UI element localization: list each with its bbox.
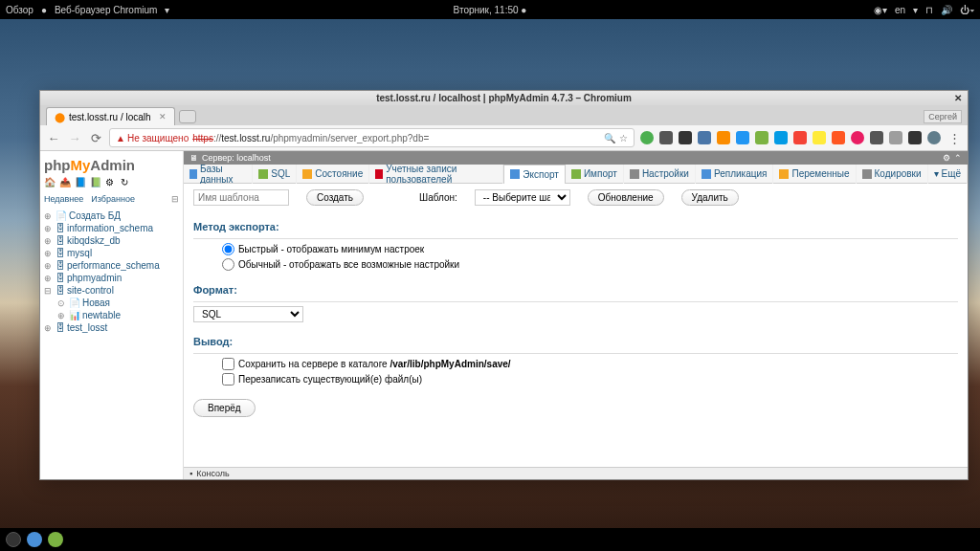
- lang-indicator[interactable]: en: [895, 5, 905, 15]
- menu-icon[interactable]: ⋮: [947, 130, 962, 145]
- window-titlebar: test.losst.ru / localhost | phpMyAdmin 4…: [40, 91, 968, 105]
- recent-link[interactable]: Недавнее: [44, 194, 83, 204]
- settings-icon[interactable]: ⚙: [105, 177, 119, 190]
- ext-icon[interactable]: [698, 131, 711, 144]
- clock[interactable]: Вторник, 11:50: [454, 5, 519, 15]
- tree-item[interactable]: ⊕📊newtable: [44, 309, 179, 321]
- create-button[interactable]: Создать: [306, 189, 364, 206]
- ext-icon[interactable]: [793, 131, 807, 144]
- reload-icon[interactable]: ↻: [121, 177, 134, 190]
- browser-tab[interactable]: ⬤ test.losst.ru / localh ✕: [46, 107, 175, 125]
- console-bar[interactable]: ▪ Консоль: [184, 467, 968, 479]
- ext-icon[interactable]: [813, 131, 826, 144]
- tab-variables[interactable]: Переменные: [773, 165, 856, 184]
- tab-replication[interactable]: Репликация: [696, 165, 774, 184]
- ext-icon[interactable]: [851, 131, 864, 144]
- doc-icon[interactable]: 📘: [75, 177, 88, 190]
- quick-radio[interactable]: [222, 243, 234, 255]
- forward-button[interactable]: →: [67, 130, 82, 145]
- back-button[interactable]: ←: [46, 130, 61, 145]
- tree-item[interactable]: ⊟🗄site-control: [44, 284, 179, 297]
- active-app-label[interactable]: Веб-браузер Chromium: [55, 5, 157, 15]
- ext-icon[interactable]: [679, 131, 692, 144]
- db-tree: ⊕📄Создать БД ⊕🗄information_schema ⊕🗄kibq…: [44, 209, 179, 334]
- accessibility-icon[interactable]: ◉▾: [874, 5, 887, 15]
- output-heading: Вывод:: [193, 336, 958, 347]
- ext-icon[interactable]: [870, 131, 883, 144]
- update-button[interactable]: Обновление: [588, 189, 664, 206]
- close-icon[interactable]: ✕: [954, 93, 962, 103]
- tree-item[interactable]: ⊕🗄test_losst: [44, 321, 179, 334]
- ext-icon[interactable]: [774, 131, 788, 144]
- sql-icon[interactable]: 📗: [90, 177, 103, 190]
- network-icon[interactable]: ⊓: [925, 5, 933, 15]
- taskbar-icon[interactable]: [48, 532, 63, 547]
- overwrite-checkbox[interactable]: [222, 373, 234, 386]
- tab-export[interactable]: Экспорт: [503, 165, 566, 184]
- export-method-heading: Метод экспорта:: [193, 221, 958, 232]
- chrome-user-badge[interactable]: Сергей: [924, 110, 962, 123]
- ext-icon[interactable]: [889, 131, 902, 144]
- go-button[interactable]: Вперёд: [193, 399, 256, 417]
- home-icon[interactable]: 🏠: [44, 177, 57, 190]
- tab-close-icon[interactable]: ✕: [159, 112, 167, 121]
- page-content: phpMyAdmin 🏠 📤 📘 📗 ⚙ ↻ Недавнее Избранно…: [40, 151, 968, 479]
- ext-icon[interactable]: [755, 131, 768, 144]
- ext-icon[interactable]: [717, 131, 730, 144]
- tree-item[interactable]: ⊕🗄mysql: [44, 247, 179, 259]
- ext-icon[interactable]: [640, 131, 654, 144]
- logout-icon[interactable]: 📤: [59, 177, 73, 190]
- tree-item[interactable]: ⊙📄Новая: [44, 297, 179, 309]
- overwrite-label: Перезаписать существующий(е) файл(ы): [238, 374, 422, 385]
- collapse-icon[interactable]: ⊟: [171, 194, 179, 204]
- tree-item[interactable]: ⊕🗄kibqdskz_db: [44, 234, 179, 247]
- window-title: test.losst.ru / localhost | phpMyAdmin 4…: [376, 93, 632, 103]
- tab-charsets[interactable]: Кодировки: [857, 165, 928, 184]
- ext-icon[interactable]: [736, 131, 749, 144]
- ext-icon[interactable]: [659, 131, 673, 144]
- format-heading: Формат:: [193, 284, 958, 296]
- ext-icon[interactable]: [908, 131, 922, 144]
- volume-icon[interactable]: 🔊: [941, 5, 952, 15]
- show-apps-icon[interactable]: [6, 532, 21, 547]
- tab-import[interactable]: Импорт: [566, 165, 624, 184]
- server-bar: 🖥 Сервер: localhost⚙⌃: [184, 151, 968, 165]
- star-icon[interactable]: ☆: [619, 133, 628, 143]
- tab-databases[interactable]: Базы данных: [184, 165, 253, 184]
- address-bar: ← → ⟳ ▲ Не защищено https://test.losst.r…: [40, 125, 968, 151]
- tab-status[interactable]: Состояние: [297, 165, 369, 184]
- format-select[interactable]: SQL: [193, 306, 303, 322]
- export-panel: Создать Шаблон: -- Выберите шаблон -- Об…: [184, 184, 968, 467]
- reload-button[interactable]: ⟳: [88, 130, 103, 145]
- template-name-input[interactable]: [193, 189, 289, 206]
- tab-strip: ⬤ test.losst.ru / localh ✕ Сергей: [40, 105, 968, 125]
- ext-icon[interactable]: [832, 131, 845, 144]
- not-secure-badge[interactable]: ▲ Не защищено: [116, 133, 189, 143]
- favorites-link[interactable]: Избранное: [91, 194, 135, 204]
- save-server-checkbox[interactable]: [222, 358, 234, 370]
- tab-sql[interactable]: SQL: [253, 165, 297, 184]
- template-select[interactable]: -- Выберите шаблон --: [475, 189, 570, 206]
- save-server-label: Сохранить на сервере в каталоге /var/lib…: [238, 359, 511, 369]
- tree-item[interactable]: ⊕🗄information_schema: [44, 222, 179, 234]
- ext-icon[interactable]: [927, 131, 941, 144]
- url-input[interactable]: ▲ Не защищено https://test.losst.ru/phpm…: [109, 128, 635, 147]
- tab-more[interactable]: ▾ Ещё: [928, 165, 968, 184]
- tree-item[interactable]: ⊕🗄phpmyadmin: [44, 272, 179, 284]
- tab-users[interactable]: Учетные записи пользователей: [369, 165, 503, 184]
- activities-label[interactable]: Обзор: [6, 5, 33, 15]
- quick-label: Быстрый - отображать минимум настроек: [238, 244, 424, 254]
- search-icon[interactable]: 🔍: [604, 133, 615, 143]
- pma-sidebar: phpMyAdmin 🏠 📤 📘 📗 ⚙ ↻ Недавнее Избранно…: [40, 151, 184, 479]
- chevron-up-icon[interactable]: ⌃: [954, 153, 962, 163]
- power-icon[interactable]: ⏻▾: [960, 5, 974, 15]
- custom-radio[interactable]: [222, 258, 234, 271]
- tab-settings[interactable]: Настройки: [624, 165, 696, 184]
- new-tab-button[interactable]: [179, 110, 196, 123]
- tree-item[interactable]: ⊕📄Создать БД: [44, 209, 179, 222]
- gear-icon[interactable]: ⚙: [943, 153, 950, 163]
- taskbar-icon[interactable]: [27, 532, 42, 547]
- tab-favicon: ⬤: [55, 112, 65, 122]
- delete-button[interactable]: Удалить: [681, 189, 739, 206]
- tree-item[interactable]: ⊕🗄performance_schema: [44, 259, 179, 272]
